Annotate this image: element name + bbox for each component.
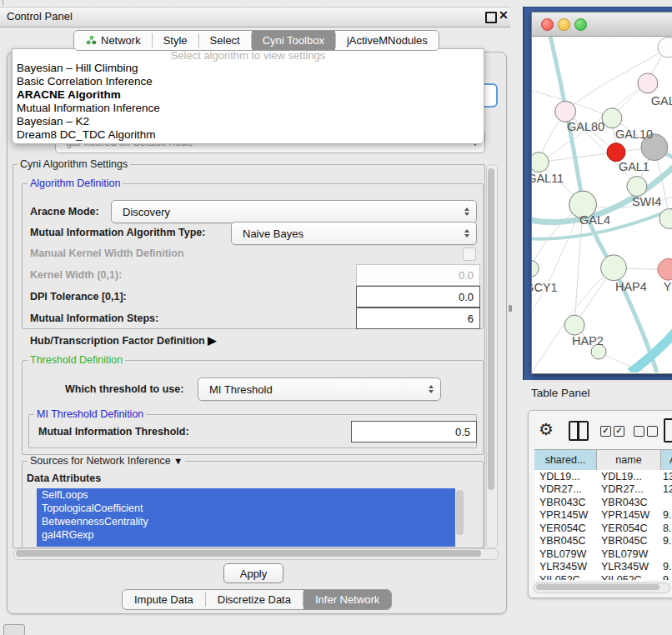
deselect-all-icon[interactable] — [634, 426, 644, 437]
table-cell: YPR145W — [534, 509, 596, 521]
apply-button[interactable]: Apply — [223, 563, 283, 583]
attribute-item[interactable]: gal4RGexp — [37, 528, 455, 542]
network-node-gal80[interactable] — [555, 101, 576, 122]
network-canvas[interactable]: GALGAL80GAL10GAL1GAL11SWI4GAL4GCY1HAP4YH… — [532, 37, 672, 372]
table-row[interactable]: YBR045CYBR045C9. — [534, 535, 672, 548]
tab-label: Network — [101, 34, 141, 47]
gear-icon[interactable]: ⚙ — [539, 420, 554, 438]
tab-infer-network[interactable]: Infer Network — [303, 590, 391, 609]
table-row[interactable]: YER054CYER054C8. — [534, 522, 672, 535]
table-horizontal-scrollbar[interactable] — [534, 582, 670, 593]
splitter-handle[interactable] — [509, 305, 512, 312]
bottom-left-button[interactable] — [3, 624, 25, 635]
table-row[interactable]: YPR145WYPR145W9. — [534, 509, 672, 522]
table-row[interactable]: YIL052CYIL052C9. — [534, 573, 672, 580]
table-panel-title: Table Panel — [531, 387, 590, 399]
table-cell: YLR345W — [596, 561, 659, 572]
dropdown-item[interactable]: Dream8 DC_TDC Algorithm — [13, 128, 484, 142]
network-node-hap2[interactable] — [564, 315, 584, 335]
hub-definition-expander[interactable]: Hub/Transcription Factor Definition ▶ — [30, 334, 216, 347]
table-row[interactable]: YBR043CYBR043C — [534, 496, 672, 509]
network-node-gcy1[interactable] — [532, 260, 539, 277]
network-node-swi4[interactable] — [627, 177, 647, 197]
tab-label: Infer Network — [315, 593, 379, 606]
tab-impute-data[interactable]: Impute Data — [123, 590, 205, 609]
mi-threshold-legend: MI Threshold Definition — [34, 408, 146, 420]
tab-style[interactable]: Style — [153, 31, 198, 50]
tab-jactivemnodules[interactable]: jActiveMNodules — [336, 31, 439, 50]
close-icon[interactable]: ✕ — [499, 8, 509, 22]
select-all-icon[interactable]: ✓ — [600, 426, 611, 437]
column-header[interactable]: A — [661, 450, 672, 470]
mi-steps-field[interactable]: 6 — [356, 308, 480, 329]
dpi-tolerance-field[interactable]: 0.0 — [356, 286, 480, 308]
table-row[interactable]: YDR27...YDR27...12 — [534, 483, 672, 497]
dropdown-item[interactable]: Bayesian – K2 — [13, 115, 484, 128]
network-window-titlebar[interactable] — [532, 12, 672, 37]
mi-type-label: Mutual Information Algorithm Type: — [30, 227, 205, 238]
table-cell: 12 — [659, 483, 672, 495]
float-window-icon[interactable] — [485, 12, 497, 23]
table-cell: YER054C — [596, 522, 659, 534]
deselect-all-icon[interactable] — [647, 426, 658, 437]
dpi-tolerance-value: 0.0 — [459, 291, 474, 303]
tab-discretize-data[interactable]: Discretize Data — [206, 590, 303, 609]
app-root: Control Panel ✕ NetworkStyleSelectCyni T… — [0, 0, 672, 635]
settings-horizontal-scrollbar[interactable] — [13, 548, 499, 560]
kernel-width-label: Kernel Width (0,1): — [30, 269, 122, 281]
manual-kernel-label: Manual Kernel Width Definition — [30, 248, 184, 259]
manual-kernel-checkbox[interactable] — [463, 248, 476, 261]
attribute-item[interactable]: SelfLoops — [37, 488, 455, 502]
network-node-gal10[interactable] — [602, 108, 622, 128]
dropdown-item[interactable]: Mutual Information Inference — [13, 102, 484, 115]
aracne-mode-combo[interactable]: Discovery — [111, 200, 477, 223]
column-header[interactable]: shared... — [534, 450, 597, 470]
settings-vertical-scrollbar[interactable] — [486, 164, 498, 548]
column-header[interactable]: name — [597, 450, 661, 470]
network-node-gal[interactable] — [638, 73, 658, 93]
dropdown-item[interactable]: Basic Correlation Inference — [13, 75, 484, 88]
mi-type-combo[interactable]: Naive Bayes — [231, 222, 477, 245]
dropdown-item[interactable]: ARACNE Algorithm — [13, 88, 484, 102]
hub-definition-label: Hub/Transcription Factor Definition — [30, 335, 205, 347]
network-icon — [85, 35, 97, 46]
table-cell: YER054C — [534, 522, 596, 534]
table-row[interactable]: YBL079WYBL079W — [534, 548, 672, 561]
network-node-hap4[interactable] — [601, 255, 627, 281]
tab-select[interactable]: Select — [199, 31, 251, 50]
network-node[interactable] — [659, 208, 672, 228]
network-node-gal11[interactable] — [532, 152, 549, 172]
tab-cyni-toolbox[interactable]: Cyni Toolbox — [252, 31, 335, 50]
network-edge[interactable] — [630, 329, 672, 372]
dropdown-item[interactable]: Bayesian – Hill Climbing — [13, 62, 484, 75]
sources-legend: Sources for Network Inference — [30, 455, 171, 467]
network-node-gal1[interactable] — [607, 143, 625, 162]
file-icon[interactable] — [664, 418, 672, 442]
table-cell: 8. — [659, 522, 672, 534]
mi-threshold-field[interactable]: 0.5 — [351, 421, 477, 442]
minimize-traffic-light-icon[interactable] — [558, 18, 570, 31]
control-panel-tabs: NetworkStyleSelectCyni ToolboxjActiveMNo… — [73, 30, 439, 51]
data-attributes-list[interactable]: SelfLoopsTopologicalCoefficientBetweenne… — [37, 488, 455, 547]
attributes-list-scrollbar[interactable] — [456, 490, 464, 535]
split-columns-icon[interactable] — [569, 421, 589, 441]
sources-collapse-toggle[interactable]: Sources for Network Inference ▼ — [28, 455, 185, 467]
close-traffic-light-icon[interactable] — [541, 18, 554, 31]
table-cell: YDR27... — [596, 483, 659, 495]
attribute-item[interactable]: BetweennessCentrality — [37, 515, 455, 528]
kernel-width-field[interactable]: 0.0 — [356, 264, 480, 286]
table-cell: 9. — [659, 561, 672, 572]
table-row[interactable]: YLR345WYLR345W9. — [534, 561, 672, 574]
node-label: GAL4 — [579, 213, 610, 227]
table-cell: YBL079W — [534, 548, 596, 560]
which-threshold-combo[interactable]: MI Threshold — [198, 378, 441, 401]
attribute-item[interactable]: TopologicalCoefficient — [37, 502, 455, 515]
zoom-traffic-light-icon[interactable] — [574, 18, 587, 31]
network-node[interactable] — [658, 38, 672, 58]
table-cell: 9. — [659, 509, 672, 521]
select-all-icon[interactable]: ✓ — [614, 426, 624, 437]
tab-network[interactable]: Network — [74, 31, 152, 50]
corner-tick — [3, 0, 3, 5]
network-node-y[interactable] — [658, 258, 672, 280]
table-row[interactable]: YDL19...YDL19...13 — [534, 470, 672, 483]
